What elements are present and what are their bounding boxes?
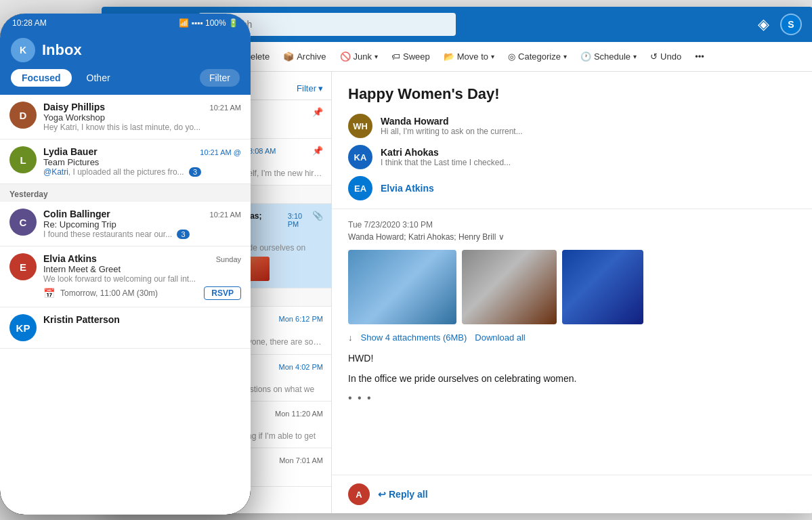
phone-mail-item[interactable]: L Lydia Bauer 10:21 AM @ Team Pictures @… <box>0 139 251 184</box>
mail-time: Mon 7:01 AM <box>279 456 323 464</box>
phone-mail-list: D Daisy Phillips 10:21 AM Yoga Workshop … <box>0 95 251 349</box>
download-all-link[interactable]: Download all <box>475 332 525 343</box>
phone-screen: 10:28 AM 📶 ▪▪▪▪ 100% 🔋 K Inbox Focused O… <box>0 14 251 515</box>
mail-subject: Yoga Workshop <box>43 112 241 123</box>
sweep-button[interactable]: 🏷 Sweep <box>386 49 435 64</box>
mail-subject: Intern Meet & Greet <box>43 264 241 274</box>
archive-button[interactable]: 📦 Archive <box>278 49 331 64</box>
schedule-icon: 🕐 <box>580 51 591 62</box>
section-yesterday: Yesterday <box>0 184 251 202</box>
sender-name: Elvia Atkins <box>43 253 97 264</box>
calendar-icon: 📅 <box>43 288 55 299</box>
event-text: Tomorrow, 11:00 AM (30m) <box>60 288 158 298</box>
email-recipients: Wanda Howard; Katri Ahokas; Henry Brill … <box>348 232 796 242</box>
phone-time: 10:28 AM <box>12 18 47 28</box>
reading-body: Tue 7/23/2020 3:10 PM Wanda Howard; Katr… <box>332 209 812 475</box>
phone-inbox-title: Inbox <box>42 41 82 59</box>
user-avatar[interactable]: S <box>780 14 802 35</box>
participant-name: Elvia Atkins <box>381 183 434 194</box>
avatar: L <box>9 146 37 173</box>
mail-preview: I found these restaurants near our... 3 <box>43 230 241 239</box>
mail-subject: Team Pictures <box>43 157 241 167</box>
attachment-row: ↓ Show 4 attachments (6MB) Download all <box>348 332 796 343</box>
participant-row: EA Elvia Atkins <box>348 176 796 200</box>
avatar: E <box>9 253 37 280</box>
email-images <box>348 250 796 324</box>
mail-time: Mon 11:20 AM <box>275 410 323 418</box>
undo-icon: ↺ <box>650 51 658 62</box>
sender-name: Colin Ballinger <box>43 209 110 219</box>
mail-preview: @Katri, I uploaded all the pictures fro.… <box>43 167 241 177</box>
phone-mail-item[interactable]: KP Kristin Patterson <box>0 307 251 349</box>
participant-row: KA Katri Ahokas I think that the Last ti… <box>348 145 796 169</box>
email-title: Happy Women's Day! <box>348 85 796 103</box>
more-options-button[interactable]: ••• <box>689 49 710 64</box>
phone-mail-item[interactable]: C Colin Ballinger 10:21 AM Re: Upcoming … <box>0 202 251 246</box>
mail-time: 10:21 AM <box>210 211 241 219</box>
participants-list: WH Wanda Howard Hi all, I'm writing to a… <box>348 114 796 200</box>
pin-icon: 📌 <box>312 146 323 156</box>
mail-preview: Hey Katri, I know this is last minute, d… <box>43 123 241 132</box>
mail-time: Mon 6:12 PM <box>279 315 323 323</box>
mail-time: Sunday <box>216 255 241 263</box>
premium-icon[interactable]: ◈ <box>758 16 769 33</box>
mail-badge: 3 <box>177 230 189 239</box>
categorize-button[interactable]: ◎ Categorize ▾ <box>503 49 572 64</box>
sender-name: Daisy Phillips <box>43 102 105 112</box>
avatar: KA <box>348 145 372 169</box>
reply-icon: ↩ <box>378 489 386 500</box>
avatar: EA <box>348 176 372 200</box>
rsvp-button[interactable]: RSVP <box>204 286 241 300</box>
email-image <box>462 250 557 324</box>
avatar: WH <box>348 114 372 138</box>
mail-subject: Re: Upcoming Trip <box>43 219 241 230</box>
attachment-icon: ↓ <box>348 332 353 343</box>
move-icon: 📂 <box>444 51 454 62</box>
participant-name: Katri Ahokas <box>381 147 511 158</box>
phone-mail-item[interactable]: D Daisy Phillips 10:21 AM Yoga Workshop … <box>0 95 251 139</box>
phone-status-bar: 10:28 AM 📶 ▪▪▪▪ 100% 🔋 <box>0 14 251 32</box>
phone-battery-icons: 📶 ▪▪▪▪ 100% 🔋 <box>179 18 238 28</box>
mail-time: 3:10 PM <box>288 212 309 228</box>
filter-button[interactable]: Filter ▾ <box>297 83 323 93</box>
junk-button[interactable]: 🚫 Junk ▾ <box>335 49 383 64</box>
email-image <box>562 250 643 324</box>
avatar: KP <box>9 314 37 341</box>
email-date: Tue 7/23/2020 3:10 PM <box>348 220 796 230</box>
reading-pane: Happy Women's Day! WH Wanda Howard Hi al… <box>332 72 812 513</box>
reply-user-avatar: A <box>348 483 370 505</box>
avatar: C <box>9 209 37 236</box>
phone-device: 10:28 AM 📶 ▪▪▪▪ 100% 🔋 K Inbox Focused O… <box>0 14 251 515</box>
reading-header: Happy Women's Day! WH Wanda Howard Hi al… <box>332 72 812 209</box>
more-content-indicator: • • • <box>348 392 796 404</box>
categorize-icon: ◎ <box>508 51 515 62</box>
avatar: D <box>9 102 37 129</box>
move-to-button[interactable]: 📂 Move to ▾ <box>438 49 500 64</box>
mail-badge: 3 <box>189 167 201 177</box>
show-attachments-link[interactable]: Show 4 attachments (6MB) <box>361 332 467 343</box>
phone-filter-button[interactable]: Filter <box>200 69 240 87</box>
email-image <box>348 250 456 324</box>
mail-preview: We look forward to welcoming our fall in… <box>43 274 241 284</box>
pin-icon: 📌 <box>312 107 323 117</box>
reply-area: A ↩ Reply all <box>332 475 812 513</box>
phone-mail-item[interactable]: E Elvia Atkins Sunday Intern Meet & Gree… <box>0 246 251 307</box>
archive-icon: 📦 <box>283 51 294 62</box>
sender-name: Kristin Patterson <box>43 314 120 325</box>
undo-button[interactable]: ↺ Undo <box>645 49 687 64</box>
schedule-button[interactable]: 🕐 Schedule ▾ <box>575 49 642 64</box>
reply-all-button[interactable]: ↩ Reply all <box>378 489 428 500</box>
participant-preview: I think that the Last time I checked... <box>381 158 511 167</box>
sender-name: Lydia Bauer <box>43 146 98 157</box>
mail-time: Mon 4:02 PM <box>279 363 323 371</box>
phone-header: K Inbox Focused Other Filter <box>0 32 251 95</box>
email-body-2: In the office we pride ourselves on cele… <box>348 371 796 386</box>
phone-tab-other[interactable]: Other <box>76 69 121 87</box>
search-input[interactable] <box>222 19 449 30</box>
participant-name: Wanda Howard <box>381 116 523 127</box>
participant-preview: Hi all, I'm writing to ask on the curren… <box>381 127 523 136</box>
junk-icon: 🚫 <box>340 51 351 62</box>
phone-tab-focused[interactable]: Focused <box>11 69 72 87</box>
email-body-1: HWD! <box>348 351 796 366</box>
sweep-icon: 🏷 <box>391 51 400 62</box>
